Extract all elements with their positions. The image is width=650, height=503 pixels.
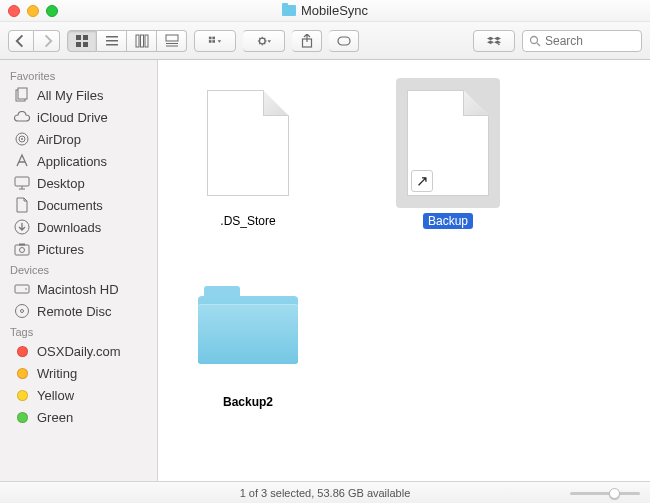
svg-rect-29: [15, 245, 29, 255]
file-item-backup2[interactable]: Backup2: [178, 259, 318, 410]
sidebar-item-label: OSXDaily.com: [37, 344, 121, 359]
svg-point-26: [21, 138, 23, 140]
svg-rect-6: [106, 44, 118, 46]
svg-rect-10: [166, 35, 178, 41]
sidebar-tag-writing[interactable]: Writing: [0, 362, 157, 384]
sidebar-item-label: Green: [37, 410, 73, 425]
svg-rect-23: [18, 88, 27, 99]
folder-icon: [196, 259, 300, 389]
sidebar-item-label: Pictures: [37, 242, 84, 257]
svg-rect-14: [212, 36, 215, 39]
applications-icon: [14, 153, 30, 169]
sidebar-item-label: Desktop: [37, 176, 85, 191]
icloud-drive-icon: [14, 109, 30, 125]
document-icon: [196, 78, 300, 208]
sidebar-item-airdrop[interactable]: AirDrop: [0, 128, 157, 150]
svg-rect-27: [15, 177, 29, 186]
sidebar-item-all-my-files[interactable]: All My Files: [0, 84, 157, 106]
sidebar-item-label: Macintosh HD: [37, 282, 119, 297]
svg-rect-8: [140, 35, 143, 47]
svg-point-34: [16, 305, 29, 318]
svg-rect-32: [15, 285, 29, 293]
sidebar-item-label: Yellow: [37, 388, 74, 403]
search-input[interactable]: [545, 34, 615, 48]
sidebar-header-favorites: Favorites: [0, 66, 157, 84]
status-bar: 1 of 3 selected, 53.86 GB available: [0, 481, 650, 503]
icon-size-slider[interactable]: [570, 488, 640, 498]
sidebar-item-macintosh-hd[interactable]: Macintosh HD: [0, 278, 157, 300]
list-view-button[interactable]: [97, 30, 127, 52]
svg-rect-12: [166, 45, 178, 46]
sidebar-item-downloads[interactable]: Downloads: [0, 216, 157, 238]
titlebar: MobileSync: [0, 0, 650, 22]
file-item-backup[interactable]: ↗ Backup: [378, 78, 518, 229]
airdrop-icon: [14, 131, 30, 147]
sidebar-item-applications[interactable]: Applications: [0, 150, 157, 172]
window-controls: [8, 5, 58, 17]
forward-button[interactable]: [34, 30, 60, 52]
sidebar-item-pictures[interactable]: Pictures: [0, 238, 157, 260]
minimize-window-button[interactable]: [27, 5, 39, 17]
alias-badge-icon: ↗: [411, 170, 433, 192]
close-window-button[interactable]: [8, 5, 20, 17]
svg-rect-3: [83, 42, 88, 47]
sidebar-item-icloud-drive[interactable]: iCloud Drive: [0, 106, 157, 128]
svg-point-35: [21, 310, 24, 313]
search-field[interactable]: [522, 30, 642, 52]
share-button[interactable]: [292, 30, 322, 52]
svg-point-20: [531, 36, 538, 43]
svg-point-33: [25, 288, 27, 290]
tag-dot-icon: [14, 387, 30, 403]
hdd-icon: [14, 281, 30, 297]
sidebar-item-label: Remote Disc: [37, 304, 111, 319]
sidebar-item-remote-disc[interactable]: Remote Disc: [0, 300, 157, 322]
zoom-window-button[interactable]: [46, 5, 58, 17]
svg-line-21: [537, 43, 540, 46]
sidebar-tag-green[interactable]: Green: [0, 406, 157, 428]
sidebar-item-label: iCloud Drive: [37, 110, 108, 125]
svg-rect-2: [76, 42, 81, 47]
svg-rect-19: [338, 37, 350, 45]
search-icon: [529, 35, 541, 47]
icon-view-button[interactable]: [67, 30, 97, 52]
nav-buttons: [8, 30, 60, 52]
file-browser[interactable]: .DS_Store ↗ Backup Back: [158, 60, 650, 481]
status-text: 1 of 3 selected, 53.86 GB available: [240, 487, 411, 499]
desktop-icon: [14, 175, 30, 191]
sidebar-tag-yellow[interactable]: Yellow: [0, 384, 157, 406]
back-button[interactable]: [8, 30, 34, 52]
column-view-button[interactable]: [127, 30, 157, 52]
sidebar-item-documents[interactable]: Documents: [0, 194, 157, 216]
sidebar-header-tags: Tags: [0, 322, 157, 340]
pictures-icon: [14, 241, 30, 257]
dropbox-button[interactable]: [473, 30, 515, 52]
sidebar-tag-osxdaily[interactable]: OSXDaily.com: [0, 340, 157, 362]
svg-rect-1: [83, 35, 88, 40]
arrange-button[interactable]: [194, 30, 236, 52]
file-item-ds-store[interactable]: .DS_Store: [178, 78, 318, 229]
svg-rect-13: [209, 36, 212, 39]
svg-rect-11: [166, 43, 178, 44]
downloads-icon: [14, 219, 30, 235]
folder-icon: [282, 5, 296, 16]
sidebar-item-desktop[interactable]: Desktop: [0, 172, 157, 194]
sidebar-header-devices: Devices: [0, 260, 157, 278]
svg-rect-15: [209, 40, 212, 43]
tags-button[interactable]: [329, 30, 359, 52]
svg-rect-4: [106, 36, 118, 38]
svg-rect-0: [76, 35, 81, 40]
documents-icon: [14, 197, 30, 213]
sidebar: Favorites All My Files iCloud Drive AirD…: [0, 60, 158, 481]
tag-dot-icon: [14, 409, 30, 425]
sidebar-item-label: Applications: [37, 154, 107, 169]
svg-rect-5: [106, 40, 118, 42]
tag-dot-icon: [14, 365, 30, 381]
window-title: MobileSync: [301, 3, 368, 18]
toolbar: [0, 22, 650, 60]
coverflow-view-button[interactable]: [157, 30, 187, 52]
sidebar-item-label: Writing: [37, 366, 77, 381]
sidebar-item-label: Downloads: [37, 220, 101, 235]
svg-rect-31: [19, 243, 25, 245]
remote-disc-icon: [14, 303, 30, 319]
action-button[interactable]: [243, 30, 285, 52]
